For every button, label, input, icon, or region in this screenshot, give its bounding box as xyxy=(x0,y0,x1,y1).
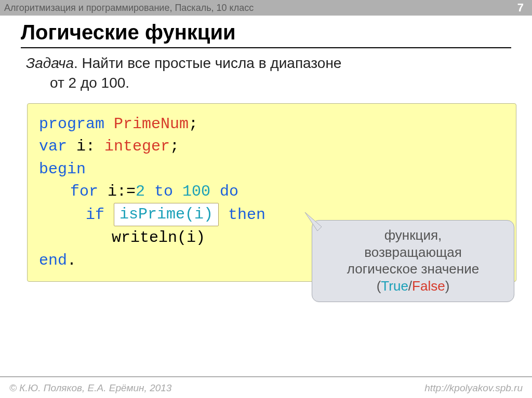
kw-then: then xyxy=(219,206,265,224)
kw-program: program xyxy=(39,115,104,133)
callout-line4: (True/False) xyxy=(320,278,507,295)
callout-line1: функция, xyxy=(320,227,507,244)
task-line2: от 2 до 100. xyxy=(26,73,129,93)
task-dot: . xyxy=(74,55,82,71)
code-line-4: for i:=2 to 100 do xyxy=(39,181,504,203)
kw-var: var xyxy=(39,138,67,155)
ident-primenum: PrimeNum xyxy=(104,115,189,133)
semi-2: ; xyxy=(170,138,179,155)
footer-left: © К.Ю. Поляков, Е.А. Ерёмин, 2013 xyxy=(9,382,171,394)
false-text: False xyxy=(412,278,445,294)
kw-for: for xyxy=(70,183,98,200)
assign-i: i:= xyxy=(98,183,136,200)
page-number: 7 xyxy=(517,1,524,15)
kw-to: to xyxy=(145,183,182,200)
callout-box: функция, возвращающая логическое значени… xyxy=(312,220,514,302)
kw-if: if xyxy=(86,206,104,224)
page-title: Логические функции xyxy=(21,21,511,46)
code-line-3: begin xyxy=(39,158,504,181)
svg-marker-0 xyxy=(305,212,322,231)
callout-line3: логическое значение xyxy=(320,260,507,278)
kw-do: do xyxy=(210,183,238,200)
true-text: True xyxy=(381,278,408,294)
header-bar: Алгоритмизация и программирование, Паска… xyxy=(0,0,532,16)
end-dot: . xyxy=(67,252,76,269)
breadcrumb: Алгоритмизация и программирование, Паска… xyxy=(4,3,254,13)
callout-line2: возвращающая xyxy=(320,244,507,261)
task-label: Задача xyxy=(26,55,74,71)
footer: © К.Ю. Поляков, Е.А. Ерёмин, 2013 http:/… xyxy=(0,382,532,394)
num-100: 100 xyxy=(182,183,210,200)
isprime-box: isPrime(i) xyxy=(114,203,219,227)
code-line-1: program PrimeNum; xyxy=(39,113,504,136)
title-block: Логические функции xyxy=(0,16,532,48)
kw-end: end xyxy=(39,252,67,269)
num-2: 2 xyxy=(136,183,145,200)
writeln-call: writeln(i) xyxy=(112,229,205,246)
task-line1: Найти все простые числа в диапазоне xyxy=(82,55,342,71)
var-i: i: xyxy=(67,138,104,155)
kw-begin: begin xyxy=(39,160,86,178)
slash: / xyxy=(408,278,412,294)
type-integer: integer xyxy=(104,138,170,155)
footer-rule xyxy=(0,376,532,377)
task-text: Задача. Найти все простые числа в диапаз… xyxy=(0,48,532,100)
footer-right: http://kpolyakov.spb.ru xyxy=(424,382,523,394)
semi-1: ; xyxy=(189,115,198,133)
paren-close: ) xyxy=(445,278,450,294)
code-line-2: var i: integer; xyxy=(39,135,504,158)
